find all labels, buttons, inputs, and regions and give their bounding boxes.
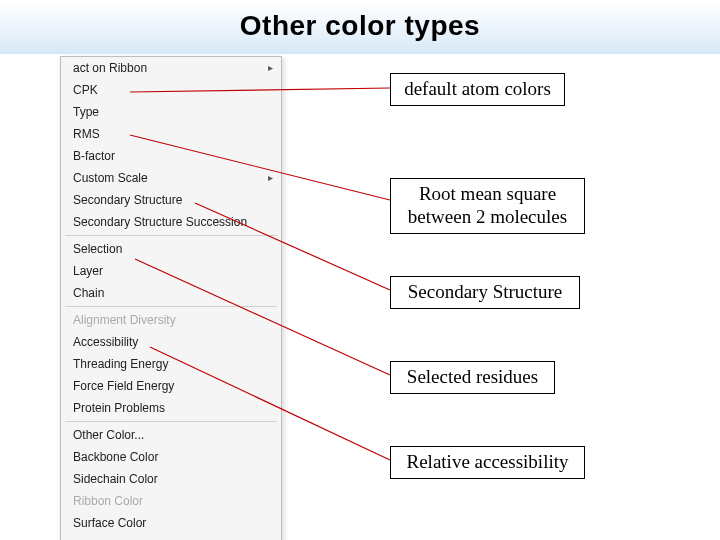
menu-item-surface-color[interactable]: Surface Color [61,512,281,534]
callout-secondary-structure: Secondary Structure [390,276,580,309]
color-menu: act on RibbonCPKTypeRMSB-factorCustom Sc… [60,56,282,540]
menu-item-other-color[interactable]: Other Color... [61,424,281,446]
page-title: Other color types [0,10,720,42]
menu-item-act-on-ribbon[interactable]: act on Ribbon [61,57,281,79]
menu-item-alignment-diversity: Alignment Diversity [61,309,281,331]
menu-item-type[interactable]: Type [61,101,281,123]
menu-item-force-field-energy[interactable]: Force Field Energy [61,375,281,397]
menu-separator [65,235,277,236]
menu-item-b-factor[interactable]: B-factor [61,145,281,167]
menu-item-label-color[interactable]: Label Color [61,534,281,540]
menu-item-selection[interactable]: Selection [61,238,281,260]
callout-label: Secondary Structure [408,281,563,302]
callout-label: Root mean squarebetween 2 molecules [408,183,567,227]
menu-item-custom-scale[interactable]: Custom Scale [61,167,281,189]
menu-item-secondary-structure-succession[interactable]: Secondary Structure Succession [61,211,281,233]
callout-label: Relative accessibility [407,451,569,472]
menu-item-rms[interactable]: RMS [61,123,281,145]
menu-separator [65,306,277,307]
menu-item-ribbon-color: Ribbon Color [61,490,281,512]
callout-selected-residues: Selected residues [390,361,555,394]
menu-item-layer[interactable]: Layer [61,260,281,282]
menu-item-accessibility[interactable]: Accessibility [61,331,281,353]
menu-separator [65,421,277,422]
callout-relative-accessibility: Relative accessibility [390,446,585,479]
menu-item-protein-problems[interactable]: Protein Problems [61,397,281,419]
menu-item-threading-energy[interactable]: Threading Energy [61,353,281,375]
callout-label: Selected residues [407,366,538,387]
menu-item-backbone-color[interactable]: Backbone Color [61,446,281,468]
callout-default-atom-colors: default atom colors [390,73,565,106]
callout-label: default atom colors [404,78,551,99]
menu-item-cpk[interactable]: CPK [61,79,281,101]
menu-item-secondary-structure[interactable]: Secondary Structure [61,189,281,211]
menu-item-sidechain-color[interactable]: Sidechain Color [61,468,281,490]
callout-rms: Root mean squarebetween 2 molecules [390,178,585,234]
title-bar: Other color types [0,0,720,54]
menu-item-chain[interactable]: Chain [61,282,281,304]
